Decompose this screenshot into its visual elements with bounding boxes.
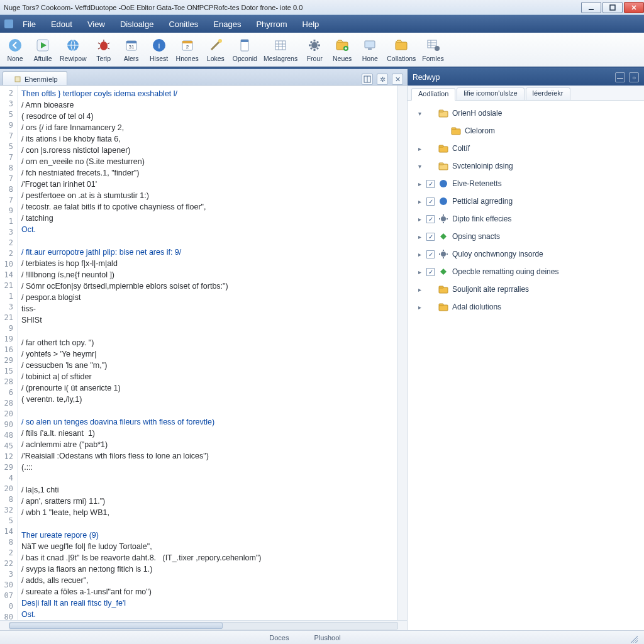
toolbar-neues-button[interactable]: Neues <box>328 34 356 65</box>
toolbar-aftulle-button[interactable]: Aftulle <box>29 34 57 65</box>
tree-twisty-icon[interactable]: ▸ <box>416 251 423 257</box>
vertical-scrollbar[interactable] <box>397 86 407 620</box>
window-minimize-button[interactable] <box>581 2 601 13</box>
doc-icon <box>236 37 253 53</box>
tree-twisty-icon[interactable]: ▾ <box>416 163 423 169</box>
side-tab-0[interactable]: Aodliation <box>411 88 455 101</box>
status-right: Plushool <box>314 634 341 641</box>
tree-twisty-icon[interactable]: ▸ <box>416 269 423 275</box>
tree-node[interactable]: ▸✓Dipto fink effecies <box>410 210 641 228</box>
horizontal-scrollbar[interactable] <box>0 620 407 630</box>
tab-close-icon[interactable]: ✕ <box>392 74 403 85</box>
tree-node-label: Petticlal agrreding <box>452 197 513 206</box>
tree-node-label: Opsing snacts <box>452 232 500 241</box>
tree-twisty-icon[interactable]: ▸ <box>416 304 423 310</box>
wand-icon <box>208 37 224 53</box>
toolbar-collations-button[interactable]: Collations <box>384 34 419 65</box>
window-titlebar: Nuge Tors? Cookoom- VeffdDuotope -OoE Eb… <box>0 0 644 15</box>
toolbar-alers-button[interactable]: 31Alers <box>118 34 145 65</box>
code-area[interactable]: Then oftls } tertloper coyls idema exsha… <box>18 86 397 620</box>
tree-twisty-icon[interactable]: ▸ <box>416 145 423 152</box>
window-close-button[interactable] <box>624 2 644 13</box>
toolbar-fomles-button[interactable]: Fomles <box>419 34 447 65</box>
side-tab-1[interactable]: lifie icomon'ulslze <box>457 87 524 100</box>
side-panel-options-icon[interactable]: ○ <box>629 72 639 82</box>
svg-rect-23 <box>368 48 372 50</box>
tree-node-label: Elve-Retenetts <box>452 179 502 188</box>
toolbar-meslagrens-button[interactable]: Meslagrens <box>260 34 301 65</box>
toolbar-frour-button[interactable]: Frour <box>301 34 328 65</box>
side-panel-minimize-icon[interactable]: — <box>615 72 625 82</box>
menu-help[interactable]: Help <box>295 17 327 31</box>
tree-twisty-icon[interactable]: ▸ <box>416 216 423 222</box>
scroll-thumb[interactable] <box>9 623 223 629</box>
cal2-icon: 2 <box>179 37 196 53</box>
tree-node[interactable]: ▸Adal diolutions <box>410 298 641 316</box>
tree-node[interactable]: ▸✓Quloy onchwnongy insorde <box>410 245 641 263</box>
menu-conitles[interactable]: Conitles <box>161 17 206 31</box>
menu-view[interactable]: View <box>80 17 113 31</box>
tree-checkbox[interactable]: ✓ <box>426 180 435 188</box>
toolbar-terip-button[interactable]: Terip <box>90 34 118 65</box>
tree-node[interactable]: ▸Souljonit aite reprralies <box>410 280 641 298</box>
folder-icon <box>438 284 448 294</box>
tree-checkbox[interactable]: ✓ <box>426 233 435 241</box>
toolbar-button-label: Terip <box>96 55 111 62</box>
resize-grip-icon[interactable] <box>629 634 638 643</box>
tree-checkbox[interactable]: ✓ <box>426 197 435 206</box>
toolbar-hnones-button[interactable]: 2Hnones <box>173 34 202 65</box>
toolbar-none-button[interactable]: None <box>1 34 29 65</box>
tree-twisty-icon[interactable]: ▸ <box>416 180 423 187</box>
tree-twisty-icon[interactable]: ▾ <box>416 110 423 116</box>
folderplus-icon <box>334 37 350 53</box>
tree-node[interactable]: ▸✓Opecble rematting ouing deines <box>410 263 641 280</box>
tree-node[interactable]: Clelorom <box>410 122 641 140</box>
tree-twisty-icon[interactable]: ▸ <box>416 233 423 240</box>
toolbar-hone-button[interactable]: Hone <box>356 34 384 65</box>
tree-twisty-icon[interactable]: ▸ <box>416 286 423 292</box>
toolbar-lokes-button[interactable]: Lokes <box>202 34 230 65</box>
menu-file[interactable]: File <box>15 17 43 31</box>
svg-rect-1 <box>610 5 615 10</box>
tablegear-icon <box>425 37 441 53</box>
side-panel-titlebar: Redwyp — ○ <box>408 69 644 86</box>
editor-tab[interactable]: Ehenmìelp <box>3 71 67 85</box>
tree-view[interactable]: ▾OrienH odsialeClelorom▸Coltíf▾Svctenloi… <box>408 101 644 630</box>
svg-point-39 <box>440 197 447 205</box>
blue-icon <box>438 179 448 189</box>
tab-tool-gear-icon[interactable]: ✲ <box>377 74 388 85</box>
svg-point-19 <box>311 42 318 48</box>
menu-edout[interactable]: Edout <box>43 17 80 31</box>
menu-phyrrom[interactable]: Phyrrom <box>248 17 294 31</box>
tree-node[interactable]: ▸✓Elve-Retenetts <box>410 175 641 192</box>
toolbar-rewipow-button[interactable]: Rewipow <box>57 34 90 65</box>
side-panel: Redwyp — ○ Aodliationlifie icomon'ulslze… <box>408 69 644 630</box>
side-tab-2[interactable]: léerdeïekr <box>526 87 570 100</box>
toolbar-hisest-button[interactable]: iHisest <box>145 34 173 65</box>
code-editor[interactable]: 2 3 5 9 7 5 7 8 7 8 7 9 1 3 2 2 10 14 21… <box>0 86 407 620</box>
tree-checkbox[interactable]: ✓ <box>426 268 435 276</box>
tree-node[interactable]: ▸✓Opsing snacts <box>410 228 641 245</box>
menu-enages[interactable]: Enages <box>206 17 248 31</box>
tree-node-label: OrienH odsiale <box>452 109 502 118</box>
tree-node[interactable]: ▾Svctenloinip dsing <box>410 157 641 175</box>
svg-rect-18 <box>275 41 286 50</box>
toolbar-button-label: Collations <box>387 55 416 62</box>
tree-twisty-icon[interactable]: ▸ <box>416 198 423 204</box>
tree-node[interactable]: ▾OrienH odsiale <box>410 104 641 122</box>
toolbar-opconid-button[interactable]: Opconid <box>230 34 260 65</box>
svg-point-3 <box>9 39 21 52</box>
tree-checkbox[interactable]: ✓ <box>426 215 435 223</box>
tree-node[interactable]: ▸✓Petticlal agrreding <box>410 192 641 210</box>
tree-node[interactable]: ▸Coltíf <box>410 140 641 157</box>
svg-rect-17 <box>241 40 248 42</box>
svg-point-6 <box>100 42 108 50</box>
toolbar-button-label: Lokes <box>207 55 225 62</box>
document-icon <box>14 76 21 82</box>
window-maximize-button[interactable] <box>602 2 623 13</box>
info-icon: i <box>151 37 167 53</box>
tree-node-label: Coltíf <box>452 144 470 153</box>
menu-disloalge[interactable]: Disloalge <box>113 17 161 31</box>
tree-checkbox[interactable]: ✓ <box>426 250 435 258</box>
tab-tool-split-icon[interactable] <box>362 74 373 85</box>
